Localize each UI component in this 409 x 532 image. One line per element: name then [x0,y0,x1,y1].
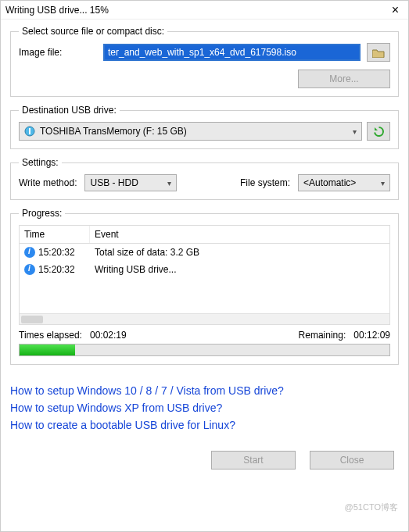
svg-rect-1 [29,128,30,134]
status-line: Times elapsed: 00:02:19 Remaining: 00:12… [19,330,390,341]
link-bootable-linux[interactable]: How to create a bootable USB drive for L… [10,416,399,434]
file-system-value: <Automatic> [303,177,356,188]
info-icon [24,264,35,275]
link-setup-winxp[interactable]: How to setup Windows XP from USB drive? [10,399,399,416]
progress-table: Time Event 15:20:32 Total size of data: … [19,225,390,325]
chevron-down-icon: ▾ [167,179,171,187]
file-system-select[interactable]: <Automatic> ▾ [298,174,390,191]
source-group: Select source file or compact disc: Imag… [10,26,399,97]
content-area: Select source file or compact disc: Imag… [1,20,408,376]
destination-group: Destination USB drive: TOSHIBA TransMemo… [10,105,399,149]
horizontal-scrollbar[interactable] [20,313,389,324]
row-event: Writing USB drive... [90,261,389,278]
write-method-label: Write method: [19,177,77,188]
elapsed-label: Times elapsed: [19,330,82,341]
more-button[interactable]: More... [298,70,390,88]
usb-drive-icon [24,126,35,137]
progress-legend: Progress: [19,208,65,219]
refresh-button[interactable] [367,122,390,141]
help-links: How to setup Windows 10 / 8 / 7 / Vista … [1,376,408,434]
table-row: 15:20:32 Writing USB drive... [20,261,389,278]
col-event-header: Event [90,226,389,243]
remaining-label: Remaining: [299,330,346,341]
elapsed-value: 00:02:19 [90,330,127,341]
source-legend: Select source file or compact disc: [19,26,167,37]
row-time: 15:20:32 [38,264,75,275]
destination-legend: Destination USB drive: [19,105,120,116]
drive-select[interactable]: TOSHIBA TransMemory (F: 15 GB) ▾ [19,122,362,141]
link-setup-win10[interactable]: How to setup Windows 10 / 8 / 7 / Vista … [10,382,399,399]
image-file-value: ter_and_web_with_sp1_x64_dvd_617598.iso [108,47,296,58]
browse-button[interactable] [367,43,390,62]
progress-table-body: 15:20:32 Total size of data: 3.2 GB 15:2… [20,244,389,324]
close-icon[interactable]: × [387,2,404,18]
table-row: 15:20:32 Total size of data: 3.2 GB [20,244,389,261]
refresh-icon [373,126,385,137]
file-system-label: File system: [240,177,290,188]
image-file-input[interactable]: ter_and_web_with_sp1_x64_dvd_617598.iso [103,44,361,61]
progress-bar [19,344,390,356]
scrollbar-thumb[interactable] [21,316,43,323]
row-time: 15:20:32 [38,247,75,258]
title-bar: Writing USB drive... 15% × [1,1,408,20]
settings-legend: Settings: [19,157,62,168]
progress-table-header: Time Event [20,226,389,244]
row-event: Total size of data: 3.2 GB [90,244,389,261]
progress-group: Progress: Time Event 15:20:32 Total size… [10,208,399,365]
write-method-value: USB - HDD [90,177,138,188]
progress-bar-fill [20,345,75,355]
image-file-label: Image file: [19,47,97,58]
settings-group: Settings: Write method: USB - HDD ▾ File… [10,157,399,200]
chevron-down-icon: ▾ [381,179,385,187]
remaining-value: 00:12:09 [353,330,390,341]
folder-icon [372,48,385,58]
footer-buttons: Start Close [1,434,408,479]
info-icon [24,247,35,258]
start-button[interactable]: Start [211,451,296,470]
window-title: Writing USB drive... 15% [5,5,109,16]
chevron-down-icon: ▾ [353,127,357,136]
watermark: @51CTO博客 [345,502,398,513]
col-time-header: Time [20,226,90,243]
write-method-select[interactable]: USB - HDD ▾ [84,174,177,191]
drive-text: TOSHIBA TransMemory (F: 15 GB) [40,126,187,137]
close-button[interactable]: Close [310,451,394,470]
